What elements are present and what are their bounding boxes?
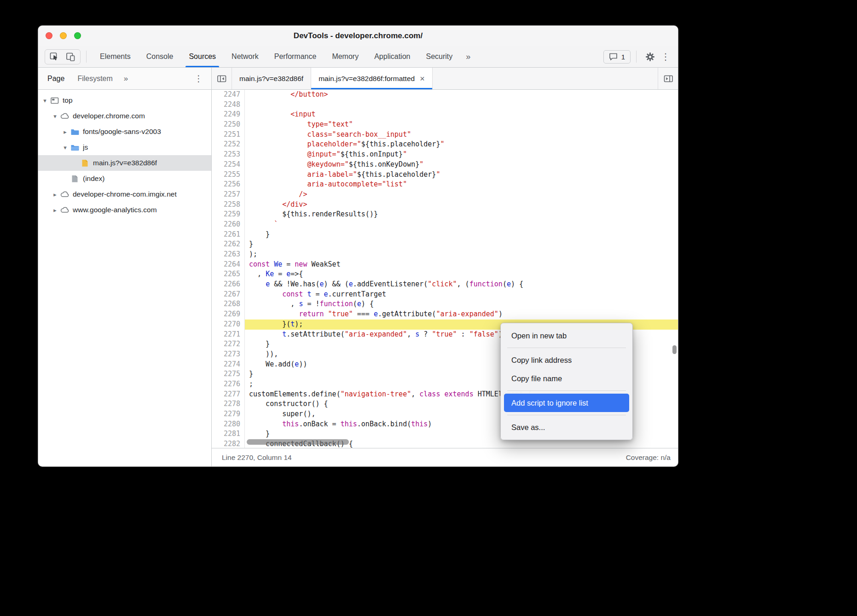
line-number[interactable]: 2259 <box>212 209 245 220</box>
tree-item-fonts-folder[interactable]: ▸ fonts/google-sans-v2003 <box>38 124 211 139</box>
line-number[interactable]: 2272 <box>212 339 245 349</box>
tab-memory[interactable]: Memory <box>324 46 366 67</box>
cloud-icon <box>60 191 69 198</box>
line-number[interactable]: 2249 <box>212 110 245 120</box>
line-number[interactable]: 2265 <box>212 269 245 279</box>
line-number[interactable]: 2279 <box>212 409 245 419</box>
expander-open-icon[interactable]: ▾ <box>51 113 59 120</box>
vertical-scrollbar-thumb[interactable] <box>672 345 677 354</box>
line-number[interactable]: 2270 <box>212 320 245 330</box>
line-number[interactable]: 2281 <box>212 429 245 439</box>
line-number[interactable]: 2253 <box>212 150 245 160</box>
line-number[interactable]: 2277 <box>212 389 245 400</box>
menu-separator <box>507 415 626 415</box>
tree-item-top[interactable]: ▾ top <box>38 93 211 108</box>
close-window-button[interactable] <box>46 32 52 39</box>
tab-elements[interactable]: Elements <box>92 46 139 67</box>
line-number[interactable]: 2251 <box>212 130 245 140</box>
line-number[interactable]: 2271 <box>212 330 245 340</box>
coverage-status: Coverage: n/a <box>626 453 671 462</box>
menu-item-copy-link-address[interactable]: Copy link address <box>504 351 629 369</box>
line-number[interactable]: 2260 <box>212 220 245 230</box>
line-number[interactable]: 2261 <box>212 230 245 240</box>
line-number[interactable]: 2247 <box>212 90 245 100</box>
code-text: aria-autocomplete="list" <box>245 180 678 190</box>
line-number[interactable]: 2273 <box>212 349 245 360</box>
line-number[interactable]: 2275 <box>212 369 245 379</box>
file-tab-main-js[interactable]: main.js?v=e382d86f <box>232 68 311 89</box>
more-panels-chevron-icon[interactable]: » <box>460 46 476 67</box>
code-line: 2259 ${this.renderResults()} <box>212 209 678 220</box>
line-number[interactable]: 2282 <box>212 439 245 448</box>
line-number[interactable]: 2264 <box>212 260 245 270</box>
file-tab-main-js-formatted[interactable]: main.js?v=e382d86f:formatted × <box>311 68 432 89</box>
line-number[interactable]: 2276 <box>212 379 245 389</box>
tree-item-google-analytics-domain[interactable]: ▸ www.google-analytics.com <box>38 202 211 218</box>
line-number[interactable]: 2254 <box>212 160 245 170</box>
code-text: , Ke = e=>{ <box>245 269 678 279</box>
line-number[interactable]: 2252 <box>212 139 245 150</box>
code-line: 2269 return "true" === e.getAttribute("a… <box>212 309 678 320</box>
line-number[interactable]: 2257 <box>212 190 245 200</box>
tab-network[interactable]: Network <box>224 46 266 67</box>
toggle-navigator-panel-icon[interactable] <box>212 68 232 89</box>
zoom-window-button[interactable] <box>74 32 81 39</box>
line-number[interactable]: 2248 <box>212 100 245 110</box>
menu-item-save-as[interactable]: Save as... <box>504 418 629 436</box>
code-line: 2252 placeholder="${this.placeholder}" <box>212 139 678 150</box>
navigator-more-tabs-chevron-icon[interactable]: » <box>119 68 133 89</box>
expander-closed-icon[interactable]: ▸ <box>51 191 59 198</box>
inspect-element-icon[interactable] <box>50 52 59 62</box>
line-number[interactable]: 2250 <box>212 120 245 130</box>
line-number[interactable]: 2258 <box>212 200 245 210</box>
close-tab-icon[interactable]: × <box>420 75 425 83</box>
menu-item-copy-file-name[interactable]: Copy file name <box>504 369 629 388</box>
tab-filesystem[interactable]: Filesystem <box>71 68 119 89</box>
code-text: ); <box>245 250 678 260</box>
expander-closed-icon[interactable]: ▸ <box>61 128 69 135</box>
editor-statusbar: Line 2270, Column 14 Coverage: n/a <box>212 448 678 466</box>
line-number[interactable]: 2266 <box>212 279 245 290</box>
minimize-window-button[interactable] <box>60 32 67 39</box>
tab-application[interactable]: Application <box>366 46 418 67</box>
line-number[interactable]: 2267 <box>212 290 245 300</box>
device-toolbar-icon[interactable] <box>66 52 75 62</box>
navigator-menu-kebab-icon[interactable]: ⋮ <box>190 73 208 84</box>
issues-counter-button[interactable]: 1 <box>603 50 631 64</box>
line-number[interactable]: 2269 <box>212 309 245 320</box>
settings-gear-icon[interactable] <box>642 49 658 64</box>
code-text: <input <box>245 110 678 120</box>
horizontal-scrollbar-thumb[interactable] <box>247 439 349 445</box>
menu-item-open-in-new-tab[interactable]: Open in new tab <box>504 326 629 345</box>
tree-item-index[interactable]: (index) <box>38 171 211 186</box>
line-number[interactable]: 2268 <box>212 299 245 309</box>
line-number[interactable]: 2263 <box>212 250 245 260</box>
navigator-sidebar: Page Filesystem » ⋮ ▾ top <box>38 68 212 466</box>
tab-page[interactable]: Page <box>41 68 71 89</box>
tree-item-developer-chrome-com[interactable]: ▾ developer.chrome.com <box>38 108 211 124</box>
code-line: 2262} <box>212 239 678 250</box>
tree-item-imgix-domain[interactable]: ▸ developer-chrome-com.imgix.net <box>38 186 211 202</box>
line-number[interactable]: 2278 <box>212 399 245 409</box>
code-line: 2266 e && !We.has(e) && (e.addEventListe… <box>212 279 678 290</box>
line-number[interactable]: 2274 <box>212 360 245 370</box>
tab-security[interactable]: Security <box>418 46 460 67</box>
tree-item-js-folder[interactable]: ▾ js <box>38 139 211 155</box>
expander-closed-icon[interactable]: ▸ <box>51 207 59 214</box>
line-number[interactable]: 2280 <box>212 419 245 430</box>
more-options-kebab-icon[interactable]: ⋮ <box>658 49 673 64</box>
code-line: 2247 </button> <box>212 90 678 100</box>
toggle-editor-pane-icon[interactable] <box>658 68 678 89</box>
code-line: 2260 ` <box>212 220 678 230</box>
tree-item-label: js <box>83 143 88 151</box>
tab-performance[interactable]: Performance <box>266 46 324 67</box>
line-number[interactable]: 2256 <box>212 180 245 190</box>
expander-open-icon[interactable]: ▾ <box>61 144 69 151</box>
line-number[interactable]: 2255 <box>212 170 245 180</box>
tab-console[interactable]: Console <box>139 46 181 67</box>
expander-open-icon[interactable]: ▾ <box>41 97 49 104</box>
line-number[interactable]: 2262 <box>212 239 245 250</box>
tree-item-main-js[interactable]: main.js?v=e382d86f <box>38 155 211 171</box>
tab-sources[interactable]: Sources <box>181 46 224 67</box>
menu-item-add-script-to-ignore-list[interactable]: Add script to ignore list <box>504 394 629 412</box>
